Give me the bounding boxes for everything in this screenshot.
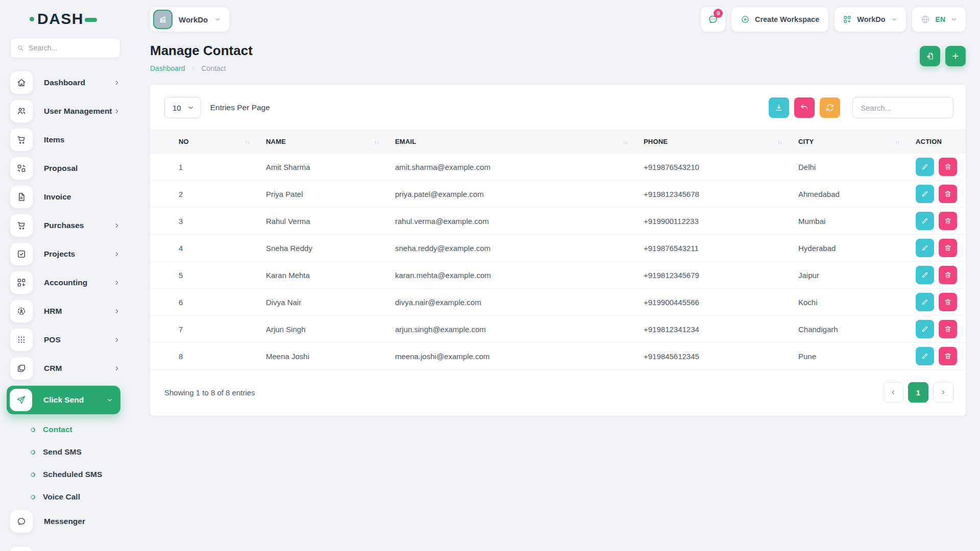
sort-icon: ↑↓ (245, 139, 250, 145)
trash-icon (944, 190, 952, 198)
sidebar-item-accounting[interactable]: Accounting (10, 271, 120, 294)
entries-per-page-select[interactable]: 10 (164, 97, 201, 118)
add-contact-button[interactable] (945, 46, 966, 66)
workspace-name: WorkDo (179, 15, 208, 24)
delete-button[interactable] (939, 266, 957, 284)
bullet-icon (30, 494, 36, 500)
trash-icon (944, 352, 952, 360)
edit-button[interactable] (916, 347, 934, 365)
column-no[interactable]: NO↑↓ (150, 130, 260, 154)
delete-button[interactable] (939, 293, 957, 311)
account-menu[interactable]: WorkDo (835, 7, 905, 32)
edit-button[interactable] (916, 185, 934, 203)
table-row: 7 Arjun Singh arjun.singh@example.com +9… (150, 316, 966, 343)
chevron-down-icon (106, 396, 113, 404)
messages-button[interactable]: 0 (701, 7, 725, 32)
sidebar-subitem-send-sms[interactable]: Send SMS (10, 442, 120, 462)
column-city[interactable]: CITY↑↓ (792, 130, 910, 154)
cell-email: amit.sharma@example.com (389, 154, 638, 181)
pencil-icon (921, 352, 929, 360)
create-workspace-button[interactable]: Create Workspace (731, 7, 828, 32)
hrm-person-icon (10, 300, 33, 322)
column-name[interactable]: NAME↑↓ (260, 130, 389, 154)
sidebar-search[interactable] (10, 38, 120, 58)
table-toolbar: 10 Entries Per Page (150, 85, 966, 130)
chevron-right-icon (113, 79, 120, 86)
sidebar-item-click-send[interactable]: Click Send (7, 386, 120, 414)
column-action: ACTION (910, 130, 966, 154)
sidebar-item-projects[interactable]: Projects (10, 243, 120, 265)
edit-button[interactable] (916, 320, 934, 338)
undo-icon (800, 103, 809, 112)
cell-city: Chandigarh (792, 316, 910, 343)
undo-button[interactable] (794, 97, 815, 118)
column-phone[interactable]: PHONE↑↓ (638, 130, 792, 154)
invoice-file-icon (10, 186, 33, 208)
cell-action (910, 208, 966, 235)
sidebar-item-hrm[interactable]: HRM (10, 300, 120, 322)
cell-name: Divya Nair (260, 289, 389, 316)
grid-plus-icon (843, 15, 852, 24)
sidebar-item-invoice[interactable]: Invoice (10, 186, 120, 208)
bullet-icon (30, 449, 36, 456)
sidebar-subitem-scheduled-sms[interactable]: Scheduled SMS (10, 464, 120, 485)
edit-button[interactable] (916, 212, 934, 230)
cell-email: sneha.reddy@example.com (389, 235, 638, 262)
sidebar-item-user-management[interactable]: User Management (10, 100, 120, 122)
delete-button[interactable] (939, 212, 957, 230)
workspace-switcher[interactable]: WorkDo (150, 7, 229, 32)
cell-phone: +919900445566 (638, 289, 792, 316)
export-button[interactable] (769, 97, 789, 118)
cell-no: 3 (150, 208, 260, 235)
language-selector[interactable]: EN (912, 7, 966, 32)
refresh-button[interactable] (820, 97, 840, 118)
cell-phone: +919812341234 (638, 316, 792, 343)
sidebar-item-crm[interactable]: CRM (10, 357, 120, 380)
cell-city: Delhi (792, 154, 910, 181)
sidebar-item-pos[interactable]: POS (10, 329, 120, 351)
sidebar-subitem-voice-call[interactable]: Voice Call (10, 487, 120, 507)
cell-no: 6 (150, 289, 260, 316)
pencil-icon (921, 217, 929, 225)
edit-button[interactable] (916, 239, 934, 257)
pencil-icon (921, 163, 929, 171)
delete-button[interactable] (939, 320, 957, 338)
delete-button[interactable] (939, 239, 957, 257)
page-header: Manage Contact Dashboard Contact (150, 43, 966, 72)
cell-name: Priya Patel (260, 181, 389, 208)
column-email[interactable]: EMAIL↑↓ (389, 130, 638, 154)
import-contact-button[interactable] (920, 46, 940, 66)
sidebar-item-messenger[interactable]: Messenger (10, 510, 120, 533)
delete-button[interactable] (939, 347, 957, 365)
sidebar-item-dashboard[interactable]: Dashboard (10, 71, 120, 94)
sidebar-item-items[interactable]: Items (10, 129, 120, 151)
sidebar-search-input[interactable] (29, 44, 114, 52)
cell-phone: +919876543210 (638, 154, 792, 181)
edit-button[interactable] (916, 293, 934, 311)
cell-name: Amit Sharma (260, 154, 389, 181)
cell-phone: +919812345679 (638, 262, 792, 289)
home-icon (10, 71, 33, 94)
table-row: 3 Rahul Verma rahul.verma@example.com +9… (150, 208, 966, 235)
table-search-input[interactable] (852, 97, 953, 118)
prev-page-button[interactable] (883, 382, 903, 403)
paper-plane-icon (10, 389, 32, 411)
cell-city: Mumbai (792, 208, 910, 235)
breadcrumb-dashboard-link[interactable]: Dashboard (150, 64, 185, 72)
sidebar-subitem-contact[interactable]: Contact (10, 419, 120, 440)
logo-text: DASH (37, 10, 84, 28)
cell-city: Ahmedabad (792, 181, 910, 208)
edit-button[interactable] (916, 158, 934, 176)
edit-button[interactable] (916, 266, 934, 284)
sidebar-item-purchases[interactable]: Purchases (10, 214, 120, 237)
trash-icon (944, 325, 952, 333)
page-title: Manage Contact (150, 43, 253, 59)
page-1-button[interactable]: 1 (908, 382, 928, 403)
next-page-button[interactable] (933, 382, 953, 403)
sidebar-item-proposal[interactable]: Proposal (10, 157, 120, 180)
pencil-icon (921, 325, 929, 333)
table-row: 4 Sneha Reddy sneha.reddy@example.com +9… (150, 235, 966, 262)
delete-button[interactable] (939, 158, 957, 176)
pencil-icon (921, 190, 929, 198)
delete-button[interactable] (939, 185, 957, 203)
